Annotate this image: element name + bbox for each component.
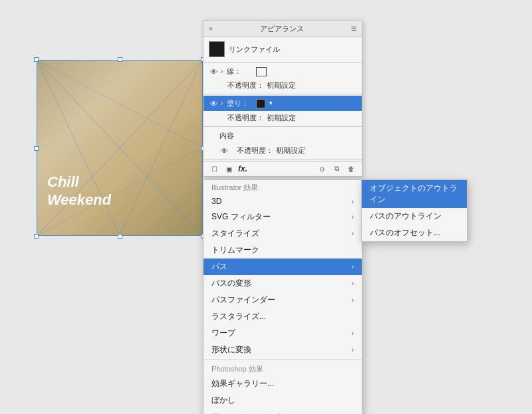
photoshop-section-label: Photoshop 効果 [203, 362, 362, 375]
svg-line-2 [37, 60, 120, 235]
menu-separator-1 [203, 360, 362, 360]
handle-bot-mid[interactable] [118, 234, 122, 239]
content-visibility-icon[interactable]: 👁 [219, 146, 229, 155]
menu-item-path-transform-arrow: › [352, 280, 354, 287]
menu-item-warp[interactable]: ワープ › [203, 325, 362, 342]
menu-item-pathfinder-arrow: › [352, 296, 354, 304]
handle-top-left[interactable] [34, 57, 39, 62]
svg-line-3 [120, 60, 202, 235]
stroke-swatch [256, 67, 267, 76]
menu-item-shape-arrow: › [352, 346, 354, 354]
link-file-swatch [209, 41, 225, 57]
menu-item-warp-arrow: › [352, 330, 354, 337]
new-item-icon[interactable]: ☐ [209, 164, 219, 173]
panel-menu-icon[interactable]: ≡ [351, 23, 356, 34]
image-box: Chill Weekend [37, 60, 203, 236]
duplicate-icon[interactable]: ⧉ [331, 164, 342, 173]
panel-titlebar: × アピアランス ≡ [203, 21, 362, 37]
fill-row[interactable]: 👁 › 塗り： ▼ [203, 96, 362, 111]
illustrator-section-label: Illustrator 効果 [203, 180, 362, 194]
menu-item-path[interactable]: パス › [203, 259, 362, 275]
handle-bot-left[interactable] [34, 234, 39, 239]
path-submenu: オブジェクトのアウトライン パスのアウトライン パスのオフセット... [361, 179, 467, 242]
link-icon[interactable]: ⊙ [317, 164, 327, 173]
stroke-opacity-value: 初期設定 [267, 80, 296, 90]
image-text-line1: Chill [47, 173, 111, 191]
panel-title: アピアランス [260, 24, 304, 34]
canvas-area: Chill Weekend × アピアランス ≡ リンクファイル [0, 0, 532, 414]
content-label: 内容 [203, 128, 362, 144]
fill-visibility-icon[interactable]: 👁 [209, 99, 218, 108]
content-opacity-row: 👁 不透明度： 初期設定 [203, 144, 362, 157]
effects-menu: Illustrator 効果 3D › SVG フィルター › スタイライズ ›… [203, 179, 362, 414]
panel-body: リンクファイル 👁 › 線： 不透明度： 初期設定 👁 › 塗り： [203, 37, 362, 176]
separator-3 [203, 126, 362, 127]
menu-item-trim-label: トリムマーク [211, 245, 259, 256]
menu-item-warp-label: ワープ [211, 328, 235, 339]
svg-line-4 [37, 60, 202, 148]
separator-2 [203, 94, 362, 94]
menu-item-stylize-label: スタイライズ [211, 228, 259, 239]
appearance-panel: × アピアランス ≡ リンクファイル 👁 › 線： 不透明度： 初期設定 [203, 20, 362, 177]
menu-item-artistic-label: アーティスティック [211, 411, 283, 414]
panel-bottom-toolbar: ☐ ▣ fx. ⊙ ⧉ 🗑 [203, 161, 362, 176]
menu-item-gallery-label: 効果ギャラリー... [211, 378, 274, 389]
image-text-line2: Weekend [47, 191, 111, 209]
menu-item-trim[interactable]: トリムマーク [203, 242, 362, 259]
menu-item-svg-arrow: › [352, 213, 354, 221]
stroke-opacity-label: 不透明度： [227, 80, 264, 90]
delete-icon[interactable]: 🗑 [346, 164, 356, 173]
submenu-item-path-outline[interactable]: パスのアウトライン [362, 208, 467, 225]
menu-item-blur-label: ぼかし [211, 395, 235, 406]
stroke-chevron: › [221, 68, 223, 75]
submenu-item-path-offset[interactable]: パスのオフセット... [362, 225, 467, 241]
fill-dropdown-arrow[interactable]: ▼ [268, 100, 273, 106]
separator-4 [203, 159, 362, 159]
handle-top-mid[interactable] [118, 57, 122, 62]
fill-opacity-label: 不透明度： [227, 113, 264, 123]
content-opacity-value: 初期設定 [276, 146, 305, 155]
menu-item-rasterize-label: ラスタライズ... [211, 311, 266, 322]
link-file-row: リンクファイル [203, 37, 362, 61]
menu-item-shape-label: 形状に変換 [211, 344, 251, 356]
fx-label[interactable]: fx. [238, 164, 247, 173]
fill-label: 塗り： [227, 98, 253, 108]
stroke-label: 線： [227, 66, 253, 76]
menu-item-rasterize[interactable]: ラスタライズ... [203, 308, 362, 325]
menu-item-3d-label: 3D [211, 197, 221, 206]
menu-item-3d-arrow: › [352, 198, 354, 205]
fill-swatch [256, 99, 265, 108]
submenu-item-outline[interactable]: オブジェクトのアウトライン [362, 180, 467, 208]
selection-diagonal-lines [37, 60, 202, 235]
panel-close-x[interactable]: × [209, 25, 213, 33]
image-overlay-text: Chill Weekend [47, 173, 111, 209]
content-opacity-label: 不透明度： [237, 146, 273, 155]
menu-item-stylize-arrow: › [352, 230, 354, 237]
menu-item-svg[interactable]: SVG フィルター › [203, 209, 362, 225]
menu-item-path-transform-label: パスの変形 [211, 278, 251, 289]
stroke-opacity-row: 不透明度： 初期設定 [203, 78, 362, 92]
fill-opacity-value: 初期設定 [267, 113, 296, 123]
menu-item-gallery[interactable]: 効果ギャラリー... [203, 375, 362, 392]
handle-mid-left[interactable] [34, 146, 39, 151]
stroke-row: 👁 › 線： [203, 64, 362, 78]
menu-item-artistic[interactable]: アーティスティック › [203, 409, 362, 414]
menu-item-path-transform[interactable]: パスの変形 › [203, 275, 362, 292]
menu-item-3d[interactable]: 3D › [203, 194, 362, 209]
menu-item-blur[interactable]: ぼかし [203, 392, 362, 409]
menu-item-stylize[interactable]: スタイライズ › [203, 225, 362, 242]
menu-item-pathfinder[interactable]: パスファインダー › [203, 292, 362, 308]
fill-chevron: › [221, 100, 223, 107]
separator-1 [203, 62, 362, 63]
menu-item-path-label: パス [211, 261, 227, 272]
layer-icon[interactable]: ▣ [223, 164, 234, 173]
menu-item-shape[interactable]: 形状に変換 › [203, 342, 362, 358]
fill-opacity-row: 不透明度： 初期設定 [203, 111, 362, 125]
menu-item-pathfinder-label: パスファインダー [211, 294, 275, 306]
stroke-visibility-icon[interactable]: 👁 [209, 67, 218, 76]
selected-image-container[interactable]: Chill Weekend [37, 60, 203, 236]
link-file-label: リンクファイル [229, 45, 280, 54]
menu-item-svg-label: SVG フィルター [211, 211, 271, 223]
menu-item-path-arrow: › [352, 263, 354, 270]
